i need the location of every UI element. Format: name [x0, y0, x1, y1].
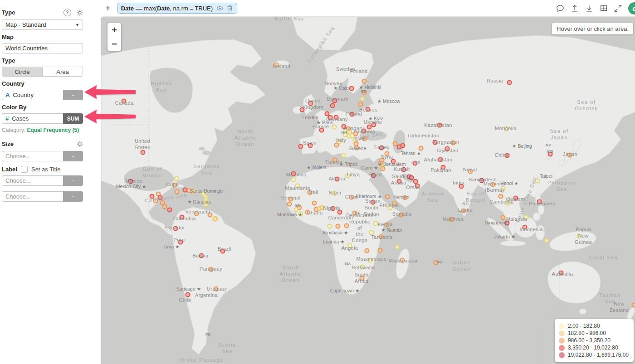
map-marker[interactable]	[391, 159, 396, 164]
map-marker[interactable]	[505, 153, 510, 158]
map-marker[interactable]	[438, 157, 443, 162]
comment-icon[interactable]	[556, 4, 564, 13]
map-marker[interactable]	[320, 205, 325, 210]
category-value[interactable]: Equal Frequency (5)	[27, 127, 79, 133]
map-marker[interactable]	[199, 253, 204, 258]
map-marker[interactable]	[174, 176, 179, 181]
map-marker[interactable]	[535, 179, 540, 184]
map-marker[interactable]	[204, 202, 209, 207]
map-marker[interactable]	[548, 152, 553, 157]
map-marker[interactable]	[397, 179, 402, 184]
download-icon[interactable]	[585, 4, 593, 13]
label1-field[interactable]: Choose...	[2, 175, 63, 186]
map-marker[interactable]	[298, 144, 303, 149]
map-marker[interactable]	[577, 234, 582, 239]
map-marker[interactable]	[274, 63, 279, 68]
map-marker[interactable]	[361, 129, 366, 134]
map-marker[interactable]	[403, 195, 408, 200]
map-marker[interactable]	[287, 202, 292, 207]
help-icon[interactable]: ?	[64, 9, 71, 16]
map-marker[interactable]	[308, 143, 313, 148]
map-marker[interactable]	[362, 90, 367, 95]
map-marker[interactable]	[419, 146, 424, 151]
size-agg-button[interactable]: -	[63, 151, 83, 161]
map-marker[interactable]	[328, 115, 333, 120]
map-marker[interactable]	[559, 271, 564, 276]
map-marker[interactable]	[335, 177, 340, 182]
map-marker[interactable]	[369, 230, 374, 235]
map-marker[interactable]	[319, 128, 324, 133]
map-marker[interactable]	[368, 258, 373, 263]
map-marker[interactable]	[441, 165, 446, 170]
country-field[interactable]: A Country	[2, 90, 63, 100]
map-marker[interactable]	[354, 146, 359, 150]
map-marker[interactable]	[330, 103, 335, 108]
map-marker[interactable]	[401, 167, 406, 172]
map-marker[interactable]	[300, 107, 305, 112]
map-marker[interactable]	[337, 210, 342, 215]
map-marker[interactable]	[400, 258, 405, 263]
map-marker[interactable]	[379, 146, 384, 150]
map-marker[interactable]	[371, 173, 376, 178]
map-marker[interactable]	[349, 86, 354, 91]
trash-icon[interactable]	[226, 5, 233, 12]
shape-toggle-circle[interactable]: Circle	[2, 67, 42, 76]
table-icon[interactable]	[599, 4, 608, 13]
map-marker[interactable]	[332, 191, 337, 196]
map-marker[interactable]	[128, 179, 133, 184]
map-marker[interactable]	[349, 195, 354, 200]
country-agg-button[interactable]: -	[63, 90, 83, 100]
map-marker[interactable]	[498, 194, 503, 199]
map-marker[interactable]	[214, 286, 219, 291]
map-marker[interactable]	[288, 197, 293, 202]
map-marker[interactable]	[291, 171, 296, 176]
set-as-title-checkbox[interactable]	[21, 166, 28, 173]
map-marker[interactable]	[353, 131, 358, 136]
map-marker[interactable]	[327, 224, 332, 229]
map-marker[interactable]	[388, 205, 393, 210]
map-marker[interactable]	[362, 136, 367, 141]
map-marker[interactable]	[294, 208, 299, 213]
colorby-field[interactable]: # Cases	[2, 113, 63, 124]
label2-agg-button[interactable]: -	[63, 191, 83, 202]
map-marker[interactable]	[345, 174, 350, 179]
map-marker[interactable]	[373, 221, 378, 226]
map-marker[interactable]	[367, 125, 372, 130]
map-marker[interactable]	[341, 153, 346, 158]
upload-icon[interactable]	[570, 4, 579, 13]
map-marker[interactable]	[378, 248, 383, 253]
map-marker[interactable]	[385, 194, 390, 199]
map-marker[interactable]	[365, 248, 370, 253]
map-marker[interactable]	[347, 243, 352, 248]
map-marker[interactable]	[358, 102, 363, 107]
map-marker[interactable]	[360, 276, 365, 281]
map-marker[interactable]	[504, 126, 509, 131]
map-marker[interactable]	[537, 199, 542, 204]
map-marker[interactable]	[194, 211, 199, 216]
map-marker[interactable]	[437, 123, 442, 128]
map-marker[interactable]	[449, 217, 454, 222]
map-marker[interactable]	[298, 212, 303, 217]
map-marker[interactable]	[332, 98, 337, 103]
map-marker[interactable]	[331, 206, 336, 211]
map-marker[interactable]	[479, 178, 484, 183]
map-marker[interactable]	[334, 143, 339, 148]
map-marker[interactable]	[451, 141, 456, 146]
map-marker[interactable]	[158, 195, 163, 200]
map-marker[interactable]	[506, 201, 511, 206]
map-marker[interactable]	[153, 199, 158, 204]
map-marker[interactable]	[220, 249, 225, 254]
map-marker[interactable]	[501, 186, 506, 191]
zoom-in-button[interactable]: +	[107, 23, 121, 37]
map-marker[interactable]	[167, 208, 172, 213]
map-marker[interactable]	[401, 143, 405, 148]
map-marker[interactable]	[371, 122, 376, 127]
map-name-input[interactable]: World Countries	[2, 43, 83, 53]
map-marker[interactable]	[395, 245, 400, 250]
map-marker[interactable]	[385, 223, 390, 228]
expand-icon[interactable]	[614, 4, 622, 13]
map-marker[interactable]	[415, 184, 420, 189]
map-marker[interactable]	[371, 200, 376, 205]
map-marker[interactable]	[312, 201, 317, 206]
gear-icon[interactable]	[75, 8, 84, 17]
